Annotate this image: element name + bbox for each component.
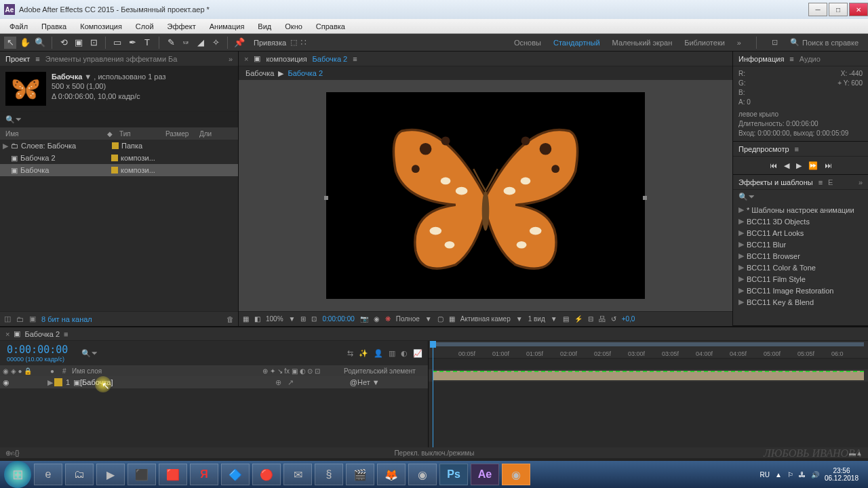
workspace-basics[interactable]: Основы [514,39,541,47]
maximize-button[interactable]: □ [829,3,848,16]
rect-tool-icon[interactable]: ▭ [111,37,123,49]
selection-tool-icon[interactable]: ↖ [4,37,16,49]
project-search[interactable]: 🔍⏷ [0,111,238,127]
current-time[interactable]: 0:00:00:00 [322,315,354,323]
project-item-comp1[interactable]: ▣ Бабочка компози... [0,164,238,176]
comp-mini-flow-icon[interactable]: ⇆ [347,349,353,358]
tray-time[interactable]: 23:56 [825,467,859,474]
comp-close-icon[interactable]: × [244,55,248,63]
effects-overflow-icon[interactable]: » [859,178,863,186]
grid-icon[interactable]: ▦ [243,315,249,323]
channel-icon[interactable]: ❋ [385,315,391,323]
col-size[interactable]: Размер [165,130,199,138]
draft3d-icon[interactable]: ✨ [359,349,368,358]
taskbar-app1-icon[interactable]: 🟥 [159,464,187,485]
tl-toggle1-icon[interactable]: ⊕ [5,449,11,457]
taskbar-cmd-icon[interactable]: ⬛ [127,464,156,485]
breadcrumb-current[interactable]: Бабочка 2 [288,69,323,77]
project-tab[interactable]: Проект [5,55,30,63]
panel-overflow-icon[interactable]: » [229,55,233,63]
interpret-icon[interactable]: ◫ [4,314,11,323]
workspace-small[interactable]: Маленький экран [612,39,673,47]
effect-category[interactable]: ▶* Шаблоны настроек анимации [733,204,868,216]
composition-canvas[interactable] [326,92,645,299]
search-tools-icon[interactable]: ⊡ [772,38,778,47]
prev-frame-icon[interactable]: ◀ [784,161,789,170]
pen-tool-icon[interactable]: ✒ [126,37,138,49]
col-type[interactable]: Тип [119,130,165,138]
new-comp-icon[interactable]: ▣ [29,314,36,323]
taskbar-ae-icon[interactable]: Ae [471,464,499,485]
menu-help[interactable]: Справка [309,21,352,32]
views-dropdown[interactable]: 1 вид [528,315,545,323]
timeline-tab[interactable]: Бабочка 2 [24,330,60,338]
minimize-button[interactable]: ─ [808,3,827,16]
timeline-timecode[interactable]: 0:00:00:00 [7,344,68,356]
composition-viewer[interactable] [239,80,732,311]
tl-switches-label[interactable]: Перекл. выключ./режимы [394,449,474,457]
reset-exp-icon[interactable]: ↺ [611,315,616,323]
menu-edit[interactable]: Правка [35,21,73,32]
next-frame-icon[interactable]: ⏩ [808,161,818,170]
layer-bar[interactable] [433,371,864,380]
frame-blend-icon[interactable]: ▥ [389,349,395,358]
effect-category[interactable]: ▶BCC11 Color & Tone [733,262,868,273]
comp-panel-name[interactable]: Бабочка 2 [313,55,348,63]
tray-lang[interactable]: RU [760,471,770,479]
hand-tool-icon[interactable]: ✋ [19,37,31,49]
project-tab-menu-icon[interactable]: ≡ [35,55,39,63]
effects-tab[interactable]: Эффекты и шаблоны [738,178,813,186]
tl-col-parent[interactable]: Родительский элемент [344,367,425,375]
snap-opts-icon[interactable]: ⸬ [301,38,306,47]
effect-category[interactable]: ▶BCC11 Browser [733,250,868,262]
start-button[interactable]: ⊞ [4,461,31,488]
preview-tab[interactable]: Предпросмотр [738,145,789,153]
tray-date[interactable]: 06.12.2018 [825,474,859,482]
tl-col-source[interactable]: Имя слоя [72,367,262,375]
timeline-search-icon[interactable]: 🔍⏷ [81,349,98,358]
pixel-aspect-icon[interactable]: ▤ [563,315,569,323]
bpc-button[interactable]: 8 бит на канал [41,315,92,323]
graph-editor-icon[interactable]: 📈 [413,349,422,358]
taskbar-yandex-icon[interactable]: Я [190,464,218,485]
motion-blur-icon[interactable]: ◐ [401,349,408,358]
tray-up-icon[interactable]: ▲ [775,471,782,479]
menu-effect[interactable]: Эффект [161,21,203,32]
timeline-track[interactable] [429,369,868,382]
stamp-tool-icon[interactable]: ⎃ [180,37,192,49]
puppet-tool-icon[interactable]: 📌 [233,37,245,49]
hide-shy-icon[interactable]: 👤 [374,349,383,358]
play-icon[interactable]: ▶ [796,161,802,170]
zoom-dropdown[interactable]: 100% [266,315,283,323]
fast-preview-icon[interactable]: ⚡ [574,315,583,323]
project-item-folder[interactable]: ▶🗀 Слоев: Бабочка Папка [0,140,238,152]
taskbar-media-icon[interactable]: ▶ [96,464,125,485]
comp-tab-menu-icon[interactable]: ≡ [353,55,357,63]
taskbar-ps-icon[interactable]: Ps [439,464,468,485]
menu-layer[interactable]: Слой [129,21,161,32]
menu-view[interactable]: Вид [251,21,278,32]
menu-animation[interactable]: Анимация [203,21,252,32]
parent-dropdown[interactable]: Нет [357,378,370,386]
parent-pickwhip-icon[interactable]: @ [350,378,357,386]
transparency-icon[interactable]: ▦ [449,315,455,323]
flowchart-icon[interactable]: 品 [599,314,606,324]
project-item-comp2[interactable]: ▣ Бабочка 2 компози... [0,152,238,164]
info-tab[interactable]: Информация [738,55,784,63]
snapshot-icon[interactable]: 📷 [360,315,368,323]
text-tool-icon[interactable]: T [141,37,153,49]
taskbar-app5-icon[interactable]: 🎬 [346,464,374,485]
close-button[interactable]: ✕ [849,3,868,16]
workspace-overflow-icon[interactable]: » [737,39,741,47]
pan-behind-tool-icon[interactable]: ⊡ [87,37,100,49]
camera-dropdown[interactable]: Активная камер [460,315,511,323]
audio-tab[interactable]: Аудио [800,55,821,63]
camera-tool-icon[interactable]: ▣ [73,37,85,49]
menu-composition[interactable]: Композиция [73,21,129,32]
tray-net-icon[interactable]: 🖧 [799,471,806,479]
taskbar-firefox-icon[interactable]: 🦊 [377,464,406,485]
col-name[interactable]: Имя [5,130,107,138]
workspace-libraries[interactable]: Библиотеки [684,39,725,47]
tray-flag-icon[interactable]: ⚐ [787,471,793,479]
effect-category[interactable]: ▶BCC11 Blur [733,239,868,250]
